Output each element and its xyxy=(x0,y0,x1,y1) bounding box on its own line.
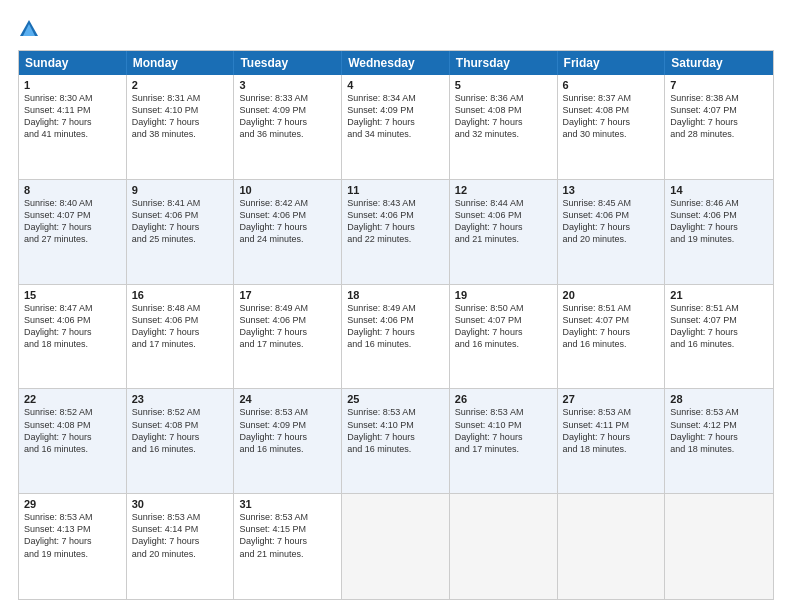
cell-line-3: and 16 minutes. xyxy=(563,338,660,350)
day-cell-19: 19Sunrise: 8:50 AMSunset: 4:07 PMDayligh… xyxy=(450,285,558,389)
day-number: 11 xyxy=(347,184,444,196)
header-day-friday: Friday xyxy=(558,51,666,75)
cell-line-2: Daylight: 7 hours xyxy=(239,431,336,443)
cell-line-2: Daylight: 7 hours xyxy=(455,221,552,233)
cell-line-3: and 32 minutes. xyxy=(455,128,552,140)
cell-line-1: Sunset: 4:07 PM xyxy=(670,104,768,116)
cell-line-2: Daylight: 7 hours xyxy=(455,326,552,338)
cell-line-3: and 30 minutes. xyxy=(563,128,660,140)
cell-line-0: Sunrise: 8:30 AM xyxy=(24,92,121,104)
day-number: 19 xyxy=(455,289,552,301)
cell-line-1: Sunset: 4:06 PM xyxy=(24,314,121,326)
cell-line-1: Sunset: 4:11 PM xyxy=(563,419,660,431)
cell-line-0: Sunrise: 8:37 AM xyxy=(563,92,660,104)
cell-line-0: Sunrise: 8:53 AM xyxy=(239,511,336,523)
cell-line-2: Daylight: 7 hours xyxy=(347,326,444,338)
cell-line-0: Sunrise: 8:53 AM xyxy=(132,511,229,523)
cell-line-3: and 20 minutes. xyxy=(563,233,660,245)
cell-line-2: Daylight: 7 hours xyxy=(132,221,229,233)
cell-line-0: Sunrise: 8:43 AM xyxy=(347,197,444,209)
cell-line-1: Sunset: 4:09 PM xyxy=(347,104,444,116)
calendar-row-4: 29Sunrise: 8:53 AMSunset: 4:13 PMDayligh… xyxy=(19,494,773,599)
logo xyxy=(18,18,42,40)
cell-line-2: Daylight: 7 hours xyxy=(670,221,768,233)
cell-line-1: Sunset: 4:10 PM xyxy=(347,419,444,431)
cell-line-1: Sunset: 4:06 PM xyxy=(347,209,444,221)
day-number: 9 xyxy=(132,184,229,196)
day-number: 13 xyxy=(563,184,660,196)
cell-line-0: Sunrise: 8:53 AM xyxy=(347,406,444,418)
cell-line-1: Sunset: 4:06 PM xyxy=(563,209,660,221)
day-cell-16: 16Sunrise: 8:48 AMSunset: 4:06 PMDayligh… xyxy=(127,285,235,389)
cell-line-2: Daylight: 7 hours xyxy=(24,116,121,128)
cell-line-0: Sunrise: 8:51 AM xyxy=(670,302,768,314)
cell-line-2: Daylight: 7 hours xyxy=(239,221,336,233)
cell-line-3: and 16 minutes. xyxy=(455,338,552,350)
logo-icon xyxy=(18,18,40,40)
cell-line-3: and 19 minutes. xyxy=(670,233,768,245)
day-cell-1: 1Sunrise: 8:30 AMSunset: 4:11 PMDaylight… xyxy=(19,75,127,179)
cell-line-1: Sunset: 4:08 PM xyxy=(563,104,660,116)
day-number: 5 xyxy=(455,79,552,91)
day-number: 21 xyxy=(670,289,768,301)
cell-line-1: Sunset: 4:08 PM xyxy=(132,419,229,431)
cell-line-3: and 16 minutes. xyxy=(132,443,229,455)
day-number: 12 xyxy=(455,184,552,196)
day-cell-11: 11Sunrise: 8:43 AMSunset: 4:06 PMDayligh… xyxy=(342,180,450,284)
cell-line-0: Sunrise: 8:42 AM xyxy=(239,197,336,209)
cell-line-0: Sunrise: 8:53 AM xyxy=(24,511,121,523)
cell-line-0: Sunrise: 8:31 AM xyxy=(132,92,229,104)
cell-line-2: Daylight: 7 hours xyxy=(132,116,229,128)
day-number: 30 xyxy=(132,498,229,510)
day-number: 28 xyxy=(670,393,768,405)
cell-line-3: and 18 minutes. xyxy=(670,443,768,455)
header-day-monday: Monday xyxy=(127,51,235,75)
cell-line-3: and 34 minutes. xyxy=(347,128,444,140)
day-number: 17 xyxy=(239,289,336,301)
cell-line-0: Sunrise: 8:48 AM xyxy=(132,302,229,314)
cell-line-1: Sunset: 4:11 PM xyxy=(24,104,121,116)
cell-line-2: Daylight: 7 hours xyxy=(563,326,660,338)
cell-line-1: Sunset: 4:07 PM xyxy=(670,314,768,326)
day-cell-5: 5Sunrise: 8:36 AMSunset: 4:08 PMDaylight… xyxy=(450,75,558,179)
cell-line-0: Sunrise: 8:53 AM xyxy=(563,406,660,418)
cell-line-1: Sunset: 4:06 PM xyxy=(347,314,444,326)
day-cell-3: 3Sunrise: 8:33 AMSunset: 4:09 PMDaylight… xyxy=(234,75,342,179)
day-cell-23: 23Sunrise: 8:52 AMSunset: 4:08 PMDayligh… xyxy=(127,389,235,493)
cell-line-0: Sunrise: 8:45 AM xyxy=(563,197,660,209)
calendar: SundayMondayTuesdayWednesdayThursdayFrid… xyxy=(18,50,774,600)
day-number: 25 xyxy=(347,393,444,405)
day-number: 26 xyxy=(455,393,552,405)
cell-line-1: Sunset: 4:07 PM xyxy=(563,314,660,326)
cell-line-0: Sunrise: 8:47 AM xyxy=(24,302,121,314)
cell-line-3: and 24 minutes. xyxy=(239,233,336,245)
cell-line-1: Sunset: 4:08 PM xyxy=(24,419,121,431)
day-cell-20: 20Sunrise: 8:51 AMSunset: 4:07 PMDayligh… xyxy=(558,285,666,389)
cell-line-2: Daylight: 7 hours xyxy=(670,431,768,443)
day-cell-15: 15Sunrise: 8:47 AMSunset: 4:06 PMDayligh… xyxy=(19,285,127,389)
day-number: 16 xyxy=(132,289,229,301)
cell-line-0: Sunrise: 8:33 AM xyxy=(239,92,336,104)
cell-line-3: and 21 minutes. xyxy=(239,548,336,560)
cell-line-1: Sunset: 4:14 PM xyxy=(132,523,229,535)
cell-line-2: Daylight: 7 hours xyxy=(563,116,660,128)
day-number: 23 xyxy=(132,393,229,405)
day-cell-14: 14Sunrise: 8:46 AMSunset: 4:06 PMDayligh… xyxy=(665,180,773,284)
cell-line-2: Daylight: 7 hours xyxy=(239,535,336,547)
cell-line-1: Sunset: 4:09 PM xyxy=(239,419,336,431)
cell-line-1: Sunset: 4:06 PM xyxy=(239,209,336,221)
day-number: 24 xyxy=(239,393,336,405)
cell-line-3: and 38 minutes. xyxy=(132,128,229,140)
day-cell-10: 10Sunrise: 8:42 AMSunset: 4:06 PMDayligh… xyxy=(234,180,342,284)
cell-line-2: Daylight: 7 hours xyxy=(563,431,660,443)
cell-line-3: and 28 minutes. xyxy=(670,128,768,140)
cell-line-0: Sunrise: 8:38 AM xyxy=(670,92,768,104)
cell-line-0: Sunrise: 8:40 AM xyxy=(24,197,121,209)
cell-line-3: and 17 minutes. xyxy=(132,338,229,350)
cell-line-1: Sunset: 4:06 PM xyxy=(670,209,768,221)
day-number: 20 xyxy=(563,289,660,301)
day-cell-22: 22Sunrise: 8:52 AMSunset: 4:08 PMDayligh… xyxy=(19,389,127,493)
empty-cell xyxy=(342,494,450,599)
day-number: 4 xyxy=(347,79,444,91)
header-day-thursday: Thursday xyxy=(450,51,558,75)
